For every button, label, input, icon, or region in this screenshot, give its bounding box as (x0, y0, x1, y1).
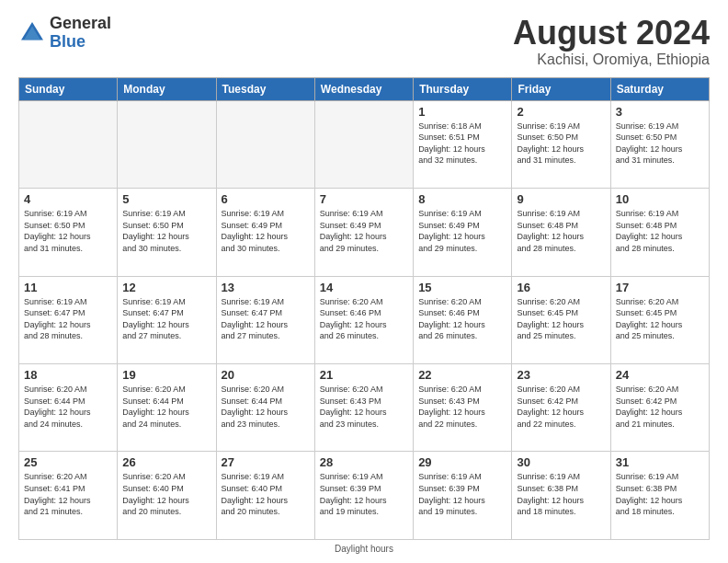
day-info: Sunrise: 6:20 AMSunset: 6:46 PMDaylight:… (320, 296, 408, 342)
day-info: Sunrise: 6:19 AMSunset: 6:47 PMDaylight:… (24, 296, 112, 342)
day-number: 2 (517, 105, 605, 119)
calendar-table: Sunday Monday Tuesday Wednesday Thursday… (18, 77, 710, 540)
table-row: 17Sunrise: 6:20 AMSunset: 6:45 PMDayligh… (610, 276, 709, 363)
table-row (314, 100, 413, 188)
day-number: 15 (418, 281, 506, 294)
header-row: Sunday Monday Tuesday Wednesday Thursday… (19, 77, 710, 100)
week-row-0: 1Sunrise: 6:18 AMSunset: 6:51 PMDaylight… (19, 100, 710, 188)
table-row: 13Sunrise: 6:19 AMSunset: 6:47 PMDayligh… (216, 276, 314, 363)
day-info: Sunrise: 6:20 AMSunset: 6:45 PMDaylight:… (517, 296, 605, 342)
day-info: Sunrise: 6:19 AMSunset: 6:39 PMDaylight:… (320, 471, 408, 517)
header: General Blue August 2024 Kachisi, Oromiy… (18, 15, 710, 68)
day-info: Sunrise: 6:19 AMSunset: 6:50 PMDaylight:… (616, 121, 704, 167)
table-row: 25Sunrise: 6:20 AMSunset: 6:41 PMDayligh… (19, 452, 118, 540)
day-info: Sunrise: 6:20 AMSunset: 6:42 PMDaylight:… (616, 384, 704, 430)
table-row: 10Sunrise: 6:19 AMSunset: 6:48 PMDayligh… (610, 189, 709, 276)
table-row: 5Sunrise: 6:19 AMSunset: 6:50 PMDaylight… (118, 189, 216, 276)
day-info: Sunrise: 6:19 AMSunset: 6:50 PMDaylight:… (24, 208, 112, 254)
table-row: 15Sunrise: 6:20 AMSunset: 6:46 PMDayligh… (414, 276, 512, 363)
day-info: Sunrise: 6:19 AMSunset: 6:47 PMDaylight:… (222, 296, 310, 342)
table-row: 27Sunrise: 6:19 AMSunset: 6:40 PMDayligh… (216, 452, 314, 540)
logo: General Blue (18, 15, 111, 52)
logo-icon (18, 19, 46, 47)
th-sunday: Sunday (19, 77, 118, 100)
table-row: 8Sunrise: 6:19 AMSunset: 6:49 PMDaylight… (414, 189, 512, 276)
day-info: Sunrise: 6:19 AMSunset: 6:40 PMDaylight:… (222, 471, 310, 517)
location: Kachisi, Oromiya, Ethiopia (513, 52, 710, 68)
table-row: 7Sunrise: 6:19 AMSunset: 6:49 PMDaylight… (314, 189, 413, 276)
week-row-3: 18Sunrise: 6:20 AMSunset: 6:44 PMDayligh… (19, 364, 710, 452)
day-info: Sunrise: 6:20 AMSunset: 6:46 PMDaylight:… (418, 296, 506, 342)
logo-text: General Blue (50, 15, 111, 52)
day-info: Sunrise: 6:20 AMSunset: 6:44 PMDaylight:… (122, 384, 210, 430)
day-info: Sunrise: 6:19 AMSunset: 6:48 PMDaylight:… (616, 208, 704, 254)
day-number: 6 (222, 192, 310, 206)
day-info: Sunrise: 6:18 AMSunset: 6:51 PMDaylight:… (418, 121, 506, 167)
day-number: 26 (122, 455, 210, 469)
day-info: Sunrise: 6:19 AMSunset: 6:48 PMDaylight:… (517, 208, 605, 254)
table-row: 22Sunrise: 6:20 AMSunset: 6:43 PMDayligh… (414, 364, 512, 452)
table-row (216, 100, 314, 188)
day-number: 28 (320, 455, 408, 469)
day-number: 13 (222, 281, 310, 294)
table-row: 26Sunrise: 6:20 AMSunset: 6:40 PMDayligh… (118, 452, 216, 540)
day-number: 20 (222, 368, 310, 382)
day-number: 21 (320, 368, 408, 382)
day-number: 3 (616, 105, 704, 119)
day-number: 18 (24, 368, 112, 382)
footer-note: Daylight hours (18, 544, 710, 554)
day-number: 9 (517, 192, 605, 206)
day-number: 12 (122, 281, 210, 294)
day-number: 4 (24, 192, 112, 206)
week-row-2: 11Sunrise: 6:19 AMSunset: 6:47 PMDayligh… (19, 276, 710, 363)
table-row: 9Sunrise: 6:19 AMSunset: 6:48 PMDaylight… (512, 189, 610, 276)
th-monday: Monday (118, 77, 216, 100)
table-row: 18Sunrise: 6:20 AMSunset: 6:44 PMDayligh… (19, 364, 118, 452)
day-info: Sunrise: 6:20 AMSunset: 6:40 PMDaylight:… (122, 471, 210, 517)
table-row: 3Sunrise: 6:19 AMSunset: 6:50 PMDaylight… (610, 100, 709, 188)
table-row: 6Sunrise: 6:19 AMSunset: 6:49 PMDaylight… (216, 189, 314, 276)
day-info: Sunrise: 6:19 AMSunset: 6:49 PMDaylight:… (418, 208, 506, 254)
day-number: 23 (517, 368, 605, 382)
day-number: 17 (616, 281, 704, 294)
table-row: 20Sunrise: 6:20 AMSunset: 6:44 PMDayligh… (216, 364, 314, 452)
table-row: 14Sunrise: 6:20 AMSunset: 6:46 PMDayligh… (314, 276, 413, 363)
day-info: Sunrise: 6:19 AMSunset: 6:49 PMDaylight:… (320, 208, 408, 254)
table-row: 24Sunrise: 6:20 AMSunset: 6:42 PMDayligh… (610, 364, 709, 452)
table-row: 1Sunrise: 6:18 AMSunset: 6:51 PMDaylight… (414, 100, 512, 188)
day-info: Sunrise: 6:20 AMSunset: 6:42 PMDaylight:… (517, 384, 605, 430)
day-info: Sunrise: 6:19 AMSunset: 6:39 PMDaylight:… (418, 471, 506, 517)
table-row: 12Sunrise: 6:19 AMSunset: 6:47 PMDayligh… (118, 276, 216, 363)
table-row: 19Sunrise: 6:20 AMSunset: 6:44 PMDayligh… (118, 364, 216, 452)
table-row (19, 100, 118, 188)
th-saturday: Saturday (610, 77, 709, 100)
table-row: 23Sunrise: 6:20 AMSunset: 6:42 PMDayligh… (512, 364, 610, 452)
table-row: 28Sunrise: 6:19 AMSunset: 6:39 PMDayligh… (314, 452, 413, 540)
day-info: Sunrise: 6:20 AMSunset: 6:41 PMDaylight:… (24, 471, 112, 517)
logo-blue: Blue (50, 32, 85, 51)
title-block: August 2024 Kachisi, Oromiya, Ethiopia (513, 15, 710, 68)
week-row-1: 4Sunrise: 6:19 AMSunset: 6:50 PMDaylight… (19, 189, 710, 276)
table-row: 2Sunrise: 6:19 AMSunset: 6:50 PMDaylight… (512, 100, 610, 188)
page: General Blue August 2024 Kachisi, Oromiy… (0, 0, 728, 563)
day-info: Sunrise: 6:19 AMSunset: 6:38 PMDaylight:… (517, 471, 605, 517)
day-number: 5 (122, 192, 210, 206)
day-info: Sunrise: 6:20 AMSunset: 6:43 PMDaylight:… (418, 384, 506, 430)
day-info: Sunrise: 6:19 AMSunset: 6:38 PMDaylight:… (616, 471, 704, 517)
table-row: 11Sunrise: 6:19 AMSunset: 6:47 PMDayligh… (19, 276, 118, 363)
th-wednesday: Wednesday (314, 77, 413, 100)
logo-general: General (50, 14, 111, 32)
day-number: 14 (320, 281, 408, 294)
day-number: 19 (122, 368, 210, 382)
table-row: 16Sunrise: 6:20 AMSunset: 6:45 PMDayligh… (512, 276, 610, 363)
day-number: 24 (616, 368, 704, 382)
table-row: 21Sunrise: 6:20 AMSunset: 6:43 PMDayligh… (314, 364, 413, 452)
day-number: 16 (517, 281, 605, 294)
day-info: Sunrise: 6:20 AMSunset: 6:43 PMDaylight:… (320, 384, 408, 430)
day-number: 7 (320, 192, 408, 206)
day-info: Sunrise: 6:20 AMSunset: 6:44 PMDaylight:… (222, 384, 310, 430)
th-thursday: Thursday (414, 77, 512, 100)
day-number: 29 (418, 455, 506, 469)
day-number: 27 (222, 455, 310, 469)
day-number: 31 (616, 455, 704, 469)
